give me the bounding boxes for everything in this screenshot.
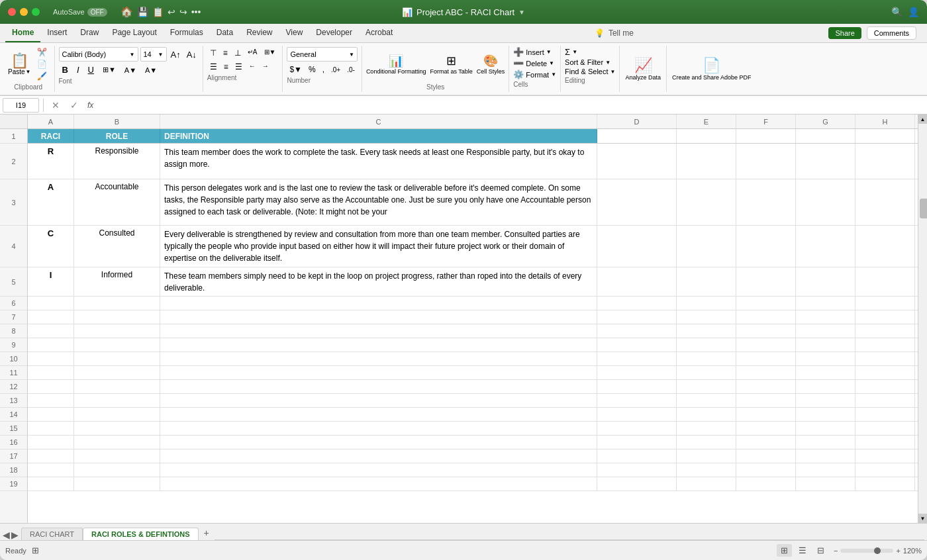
cell-f10[interactable]: [736, 352, 796, 366]
align-middle-btn[interactable]: ≡: [220, 47, 230, 59]
cell-f15[interactable]: [736, 422, 796, 436]
underline-btn[interactable]: U: [85, 64, 97, 76]
cell-b19[interactable]: [74, 477, 160, 491]
cell-a4[interactable]: C: [28, 226, 74, 267]
cell-d19[interactable]: [597, 477, 677, 491]
cell-e5[interactable]: [677, 267, 736, 296]
cell-b3[interactable]: Accountable: [74, 179, 160, 225]
cell-f1[interactable]: [736, 129, 796, 143]
conditional-formatting-btn[interactable]: 📊 Conditional Formatting: [366, 54, 426, 75]
empty-row-6[interactable]: [28, 297, 918, 310]
indent-less-btn[interactable]: ←: [246, 61, 258, 73]
zoom-in-btn[interactable]: +: [896, 547, 900, 555]
maximize-button[interactable]: [32, 8, 40, 16]
indent-more-btn[interactable]: →: [260, 61, 271, 73]
empty-row-17[interactable]: [28, 449, 918, 463]
cell-h2[interactable]: [855, 144, 915, 179]
paste-btn[interactable]: 📋 Paste ▼: [8, 54, 31, 75]
border-btn[interactable]: ⊞▼: [99, 64, 119, 75]
cell-b10[interactable]: [74, 352, 160, 366]
format-btn[interactable]: ⚙️ Format ▼: [513, 70, 556, 79]
cell-f2[interactable]: [736, 144, 796, 179]
cell-c5[interactable]: These team members simply need to be kep…: [160, 267, 597, 296]
cell-h10[interactable]: [855, 352, 915, 366]
cell-a5[interactable]: I: [28, 267, 74, 296]
empty-row-16[interactable]: [28, 436, 918, 449]
cell-d1[interactable]: [597, 129, 677, 143]
cell-e15[interactable]: [677, 422, 736, 436]
decrease-font-btn[interactable]: A↓: [185, 48, 199, 61]
analyze-data-btn[interactable]: 📈 Analyze Data: [625, 47, 661, 90]
cell-f3[interactable]: [736, 179, 796, 225]
cell-a13[interactable]: [28, 394, 74, 408]
cell-e18[interactable]: [677, 463, 736, 477]
cell-e16[interactable]: [677, 436, 736, 449]
cell-h9[interactable]: [855, 338, 915, 352]
cell-f8[interactable]: [736, 324, 796, 338]
cell-h3[interactable]: [855, 179, 915, 225]
cell-a15[interactable]: [28, 422, 74, 436]
cell-g3[interactable]: [796, 179, 855, 225]
cell-b6[interactable]: [74, 297, 160, 310]
template-icon[interactable]: 📋: [152, 7, 164, 17]
cell-b9[interactable]: [74, 338, 160, 352]
cell-d13[interactable]: [597, 394, 677, 408]
cell-a18[interactable]: [28, 463, 74, 477]
cell-f5[interactable]: [736, 267, 796, 296]
cell-h7[interactable]: [855, 310, 915, 324]
sheet-tab-raci-roles[interactable]: RACI ROLES & DEFINTIONS: [83, 528, 199, 540]
font-size-selector[interactable]: 14 ▼: [140, 47, 167, 62]
cell-c2[interactable]: This team member does the work to comple…: [160, 144, 597, 179]
cell-a16[interactable]: [28, 436, 74, 449]
cell-d9[interactable]: [597, 338, 677, 352]
cell-g12[interactable]: [796, 380, 855, 394]
comma-btn[interactable]: ,: [320, 64, 327, 75]
expand-btn[interactable]: ⊞: [32, 545, 39, 555]
adobe-pdf-btn[interactable]: 📄 Create and Share Adobe PDF: [672, 47, 752, 91]
wrap-btn[interactable]: ↵A: [245, 47, 260, 59]
cell-c8[interactable]: [160, 324, 597, 338]
cell-g13[interactable]: [796, 394, 855, 408]
undo-icon[interactable]: ↩: [168, 7, 175, 17]
cell-d14[interactable]: [597, 408, 677, 422]
find-select-btn[interactable]: Find & Select ▼: [565, 68, 615, 75]
cell-d11[interactable]: [597, 366, 677, 380]
zoom-out-btn[interactable]: −: [834, 547, 838, 555]
cell-a14[interactable]: [28, 408, 74, 422]
cell-d12[interactable]: [597, 380, 677, 394]
cell-d2[interactable]: [597, 144, 677, 179]
cell-a6[interactable]: [28, 297, 74, 310]
share-button[interactable]: Share: [828, 27, 861, 39]
cell-b2[interactable]: Responsible: [74, 144, 160, 179]
percent-btn[interactable]: %: [306, 64, 318, 75]
currency-btn[interactable]: $▼: [287, 64, 305, 75]
empty-row-11[interactable]: [28, 366, 918, 380]
cell-g14[interactable]: [796, 408, 855, 422]
normal-view-btn[interactable]: ⊞: [777, 544, 792, 557]
cell-g17[interactable]: [796, 449, 855, 463]
cell-f13[interactable]: [736, 394, 796, 408]
cell-d16[interactable]: [597, 436, 677, 449]
sheet-tab-raci-chart[interactable]: RACI CHART: [21, 528, 83, 540]
cell-g10[interactable]: [796, 352, 855, 366]
cell-h16[interactable]: [855, 436, 915, 449]
cell-h8[interactable]: [855, 324, 915, 338]
cell-g1[interactable]: [796, 129, 855, 143]
cell-g9[interactable]: [796, 338, 855, 352]
cell-e10[interactable]: [677, 352, 736, 366]
comments-button[interactable]: Comments: [867, 26, 916, 40]
cell-g2[interactable]: [796, 144, 855, 179]
cell-g11[interactable]: [796, 366, 855, 380]
cell-f19[interactable]: [736, 477, 796, 491]
empty-row-14[interactable]: [28, 408, 918, 422]
empty-row-9[interactable]: [28, 338, 918, 352]
bold-btn[interactable]: B: [59, 64, 72, 76]
page-layout-view-btn[interactable]: ☰: [795, 544, 810, 557]
autosave-toggle[interactable]: OFF: [87, 8, 107, 17]
cell-reference[interactable]: [3, 98, 39, 113]
share-icon[interactable]: 👤: [908, 7, 919, 17]
cell-styles-btn[interactable]: 🎨 Cell Styles: [477, 54, 505, 75]
cell-c16[interactable]: [160, 436, 597, 449]
increase-font-btn[interactable]: A↑: [169, 48, 183, 61]
cell-a2[interactable]: R: [28, 144, 74, 179]
